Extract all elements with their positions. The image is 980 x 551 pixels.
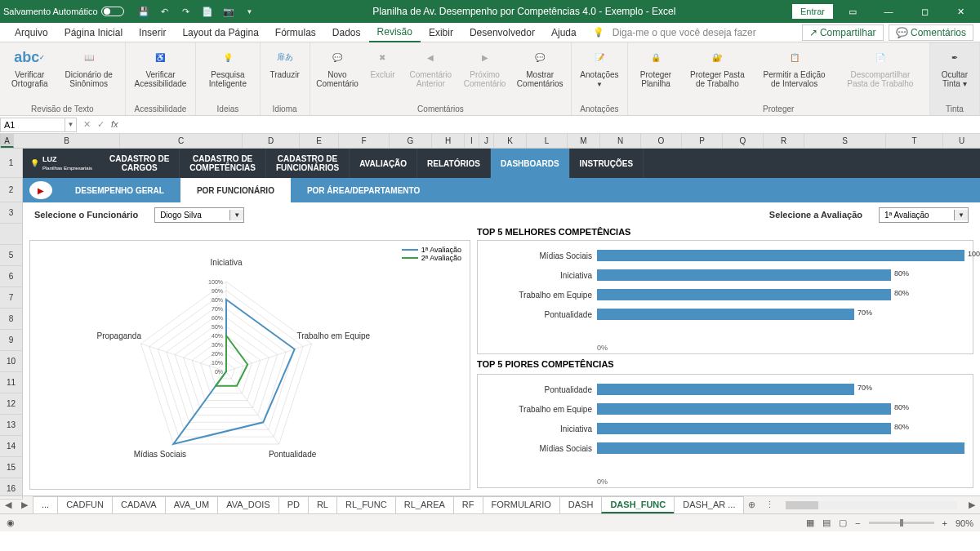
sheet-tab[interactable]: CADAVA (112, 496, 166, 513)
sheet-nav-next-icon[interactable]: ▶ (16, 500, 33, 510)
accept-formula-icon[interactable]: ✓ (97, 119, 105, 130)
row-header[interactable] (0, 224, 23, 245)
protect-sheet-button[interactable]: 🔒Proteger Planilha (633, 44, 679, 90)
maximize-icon[interactable]: ◻ (908, 0, 941, 23)
sheet-tab[interactable]: RL (308, 496, 337, 513)
horizontal-scrollbar[interactable] (786, 501, 957, 509)
tab-formulas[interactable]: Fórmulas (267, 24, 324, 42)
column-header[interactable]: H (432, 134, 465, 148)
tab-dados[interactable]: Dados (324, 24, 369, 42)
column-header[interactable]: A (1, 134, 14, 148)
column-header[interactable]: E (300, 134, 339, 148)
row-header[interactable]: 10 (0, 351, 23, 372)
topnav-item[interactable]: CADASTRO DECARGOS (100, 149, 180, 178)
column-header[interactable]: B (14, 134, 120, 148)
row-header[interactable]: 12 (0, 393, 23, 415)
redo-icon[interactable]: ↷ (180, 5, 193, 18)
new-sheet-icon[interactable]: ⊕ (743, 500, 760, 510)
show-comments-button[interactable]: 💬Mostrar Comentários (514, 44, 566, 90)
camera-icon[interactable]: 📷 (222, 5, 235, 18)
tab-desenvolvedor[interactable]: Desenvolvedor (461, 24, 543, 42)
column-header[interactable]: S (804, 134, 886, 148)
tell-me-input[interactable]: Diga-me o que você deseja fazer (604, 24, 764, 42)
funcionario-dropdown[interactable]: Diogo Silva▼ (154, 207, 244, 223)
sheet-tab[interactable]: PD (278, 496, 309, 513)
sheet-tab[interactable]: RL_AREA (395, 496, 454, 513)
column-header[interactable]: L (527, 134, 568, 148)
column-header[interactable]: R (764, 134, 804, 148)
smart-lookup-button[interactable]: 💡Pesquisa Inteligente (201, 44, 254, 90)
cancel-formula-icon[interactable]: ✕ (83, 119, 91, 130)
column-header[interactable]: P (682, 134, 723, 148)
topnav-item[interactable]: CADASTRO DEFUNCIONÁRIOS (266, 149, 350, 178)
sheet-tab[interactable]: DASH_AR ... (674, 496, 744, 513)
minimize-icon[interactable]: — (872, 0, 905, 23)
topnav-item[interactable]: AVALIAÇÃO (350, 149, 417, 178)
row-header[interactable]: 2 (0, 178, 23, 202)
name-box-dropdown[interactable]: ▼ (65, 118, 77, 132)
share-button[interactable]: ↗ Compartilhar (802, 24, 884, 41)
tab-revisao[interactable]: Revisão (369, 23, 421, 42)
tab-exibir[interactable]: Exibir (421, 24, 461, 42)
column-header[interactable]: O (641, 134, 682, 148)
sheet-tab[interactable]: DASH (559, 496, 603, 513)
row-header[interactable]: 1 (0, 149, 23, 178)
ribbon-display-icon[interactable]: ▭ (836, 0, 869, 23)
tab-inserir[interactable]: Inserir (131, 24, 174, 42)
accessibility-button[interactable]: ♿Verificar Acessibilidade (131, 44, 190, 90)
view-layout-icon[interactable]: ▤ (822, 518, 831, 528)
topnav-item[interactable]: RELATÓRIOS (417, 149, 491, 178)
sheet-tab[interactable]: AVA_UM (165, 496, 219, 513)
zoom-in-icon[interactable]: + (942, 518, 947, 528)
tab-ajuda[interactable]: Ajuda (543, 24, 585, 42)
undo-icon[interactable]: ↶ (158, 5, 172, 18)
spellcheck-button[interactable]: abc✓Verificar Ortografia (5, 44, 55, 90)
column-header[interactable]: Q (723, 134, 764, 148)
column-header[interactable]: I (465, 134, 479, 148)
worksheet[interactable]: 💡LUZPlanilhas Empresariais CADASTRO DECA… (23, 149, 980, 495)
column-header[interactable]: N (600, 134, 641, 148)
row-header[interactable]: 6 (0, 266, 23, 287)
tab-inicio[interactable]: Página Inicial (56, 24, 131, 42)
avaliacao-dropdown[interactable]: 1ª Avaliação▼ (879, 207, 969, 223)
column-header[interactable]: T (886, 134, 943, 148)
play-icon[interactable]: ▶ (29, 181, 52, 199)
signin-button[interactable]: Entrar (792, 4, 833, 19)
topnav-item[interactable]: CADASTRO DECOMPETÊNCIAS (180, 149, 266, 178)
column-header[interactable]: C (120, 134, 243, 148)
name-box[interactable]: A1 (0, 118, 65, 132)
view-normal-icon[interactable]: ▦ (806, 518, 814, 528)
auto-save-toggle[interactable]: Salvamento Automático (3, 7, 124, 16)
protect-workbook-button[interactable]: 🔐Proteger Pasta de Trabalho (682, 44, 752, 90)
allow-edit-ranges-button[interactable]: 📋Permitir a Edição de Intervalos (755, 44, 833, 90)
row-header[interactable]: 13 (0, 415, 23, 436)
sheet-tab[interactable]: FORMULARIO (483, 496, 560, 513)
row-header[interactable]: 5 (0, 245, 23, 266)
row-header[interactable]: 14 (0, 436, 23, 457)
new-comment-button[interactable]: 💬Novo Comentário (315, 44, 360, 90)
column-header[interactable]: F (339, 134, 390, 148)
row-header[interactable]: 3 (0, 202, 23, 224)
sheet-tab[interactable]: ... (33, 496, 58, 513)
close-icon[interactable]: ✕ (944, 0, 977, 23)
subnav-item[interactable]: POR FUNCIONÁRIO (180, 178, 291, 202)
row-header[interactable]: 9 (0, 330, 23, 351)
view-pagebreak-icon[interactable]: ▢ (839, 518, 847, 528)
row-header[interactable]: 16 (0, 478, 23, 500)
column-header[interactable]: J (479, 134, 494, 148)
column-header[interactable]: U (943, 134, 980, 148)
fx-icon[interactable]: fx (111, 119, 118, 130)
sheet-nav-prev-icon[interactable]: ◀ (0, 500, 16, 510)
row-header[interactable]: 8 (0, 309, 23, 330)
save-icon[interactable]: 💾 (137, 5, 150, 18)
comments-button[interactable]: 💬 Comentários (889, 24, 973, 41)
qat-dropdown-icon[interactable]: ▼ (243, 5, 256, 18)
subnav-item[interactable]: DESEMPENHO GERAL (59, 178, 180, 202)
row-header[interactable]: 11 (0, 372, 23, 393)
record-macro-icon[interactable]: ◉ (7, 518, 15, 528)
tab-layout[interactable]: Layout da Página (174, 24, 266, 42)
sheet-tab[interactable]: RF (453, 496, 483, 513)
sheet-tab[interactable]: AVA_DOIS (217, 496, 278, 513)
subnav-item[interactable]: POR ÁREA/DEPARTAMENTO (291, 178, 436, 202)
column-header[interactable]: D (243, 134, 300, 148)
